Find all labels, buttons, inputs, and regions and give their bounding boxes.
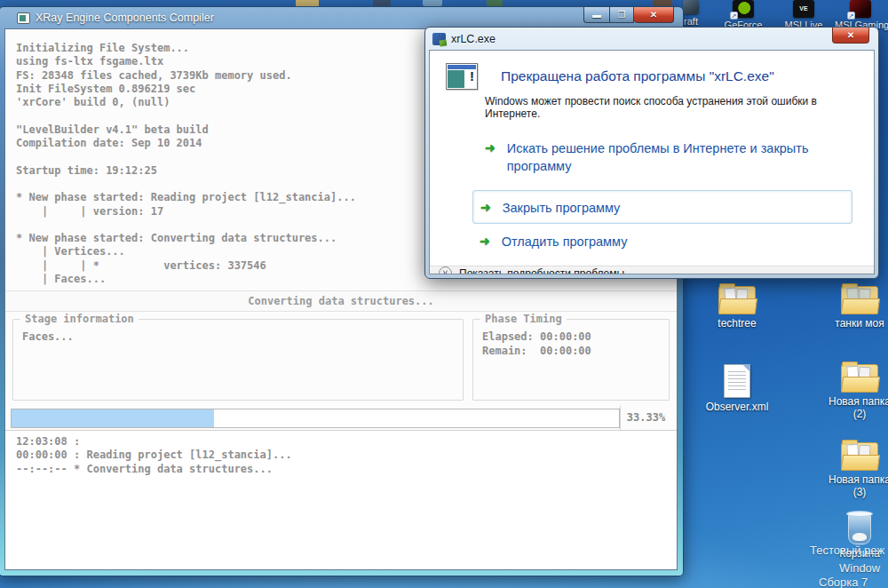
- icon-label: techtree: [705, 317, 769, 330]
- close-button[interactable]: ✕: [634, 7, 674, 23]
- phase-timing-group: Phase Timing Elapsed: 00:00:00 Remain: 0…: [472, 319, 670, 401]
- application-error-icon: !: [446, 63, 478, 90]
- shortcut-geforce[interactable]: ↗ GeForce: [718, 0, 769, 30]
- windows-desktop: { "colors": { "progress_fill": "#aed6f7"…: [0, 0, 888, 588]
- stage-group-title: Stage information: [20, 313, 139, 325]
- raft-icon: [683, 0, 699, 14]
- desktop-icon-observer-xml[interactable]: Observer.xml: [705, 364, 769, 413]
- chevron-down-icon: ˅: [439, 266, 452, 274]
- progress-fill: [12, 409, 214, 427]
- option-close-program-focus-box: ➜ Закрыть программу: [472, 190, 852, 224]
- msi-live-icon: VE: [793, 0, 814, 18]
- minimize-button[interactable]: ▬: [583, 7, 609, 23]
- green-arrow-icon: ➜: [485, 139, 496, 155]
- watermark-line-1: Тестовый реж: [810, 544, 884, 557]
- progress-row: 33.33%: [5, 406, 677, 431]
- msi-gaming-icon: ↗: [850, 0, 871, 18]
- error-dialog-content: ! Прекращена работа программы "xrLC.exe"…: [430, 51, 874, 266]
- maximize-button[interactable]: ❐: [609, 7, 634, 23]
- desktop-icon-tanki[interactable]: танки моя: [828, 286, 888, 330]
- icon-label-sub: (2): [828, 408, 888, 420]
- watermark-line-3: Сборка 7: [819, 576, 868, 588]
- log-line: --:--:-- * Converting data structures...: [16, 463, 677, 476]
- folder-icon: [841, 286, 878, 314]
- option-debug-program[interactable]: ➜ Отладить программу: [480, 233, 858, 250]
- compiler-window-title: XRay Engine Components Compiler: [36, 12, 214, 24]
- progress-percent: 33.33%: [620, 406, 671, 430]
- folder-icon: [718, 286, 756, 314]
- stage-information-group: Stage information Faces...: [12, 319, 464, 401]
- shortcut-arrow-icon: ↗: [730, 12, 738, 20]
- stage-value: Faces...: [22, 330, 463, 345]
- compiler-app-icon: [17, 12, 30, 24]
- dialog-close-button[interactable]: ✕: [832, 28, 869, 44]
- folder-icon: [841, 442, 878, 471]
- icon-fragment: [423, 0, 442, 6]
- error-dialog-titlebar[interactable]: xrLC.exe ✕: [425, 28, 878, 50]
- progress-bar: [11, 409, 620, 428]
- icon-label: Новая папка: [828, 473, 888, 486]
- elapsed-time: Elapsed: 00:00:00: [482, 330, 669, 345]
- icon-label-sub: (3): [828, 486, 888, 498]
- shortcut-msi-gaming[interactable]: ↗ MSI Gaming: [835, 0, 886, 30]
- log-line: 12:03:08 :: [16, 435, 677, 449]
- desktop-icon-new-folder-3[interactable]: Новая папка (3): [828, 442, 888, 498]
- error-header: Прекращена работа программы "xrLC.exe": [501, 68, 858, 84]
- green-arrow-icon: ➜: [480, 199, 491, 215]
- compiler-phase-log: 12:03:08 : 00:00:00 : Reading project [l…: [5, 431, 677, 569]
- desktop-icon-techtree[interactable]: techtree: [705, 286, 769, 330]
- shortcut-msi-live[interactable]: VE MSI Live: [778, 0, 829, 30]
- geforce-icon: ↗: [733, 0, 754, 18]
- document-icon: [724, 364, 750, 398]
- error-dialog-title: xrLC.exe: [451, 33, 496, 45]
- option-search-online-and-close[interactable]: ➜ Искать решение проблемы в Интернете и …: [485, 139, 858, 175]
- shortcut-arrow-icon: ↗: [847, 12, 855, 20]
- remaining-time: Remain: 00:00:00: [482, 345, 669, 359]
- icon-label: танки моя: [828, 317, 888, 330]
- current-phase-label: Converting data structures...: [5, 290, 677, 312]
- watermark-line-2: Window: [839, 561, 880, 575]
- folder-icon: [841, 364, 878, 393]
- icon-fragment: [373, 0, 391, 6]
- log-line: 00:00:00 : Reading project [l12_stancia]…: [16, 449, 677, 462]
- icon-label: Observer.xml: [705, 401, 769, 413]
- icon-label: Новая папка: [828, 395, 888, 408]
- green-arrow-icon: ➜: [480, 233, 490, 249]
- compiler-titlebar[interactable]: XRay Engine Components Compiler ▬ ❐ ✕: [0, 7, 683, 28]
- error-dialog: xrLC.exe ✕ ! Прекращена работа программы…: [424, 27, 879, 279]
- error-subtext: Windows может провести поиск способа уст…: [485, 95, 858, 120]
- desktop-icon-new-folder-2[interactable]: Новая папка (2): [828, 364, 888, 420]
- timing-group-title: Phase Timing: [480, 313, 567, 325]
- show-problem-details-expander[interactable]: ˅ Показать подробности проблемы: [430, 266, 874, 274]
- option-close-program[interactable]: ➜ Закрыть программу: [480, 199, 852, 217]
- xrlc-app-icon: [432, 33, 446, 45]
- recycle-bin-icon: [846, 511, 873, 544]
